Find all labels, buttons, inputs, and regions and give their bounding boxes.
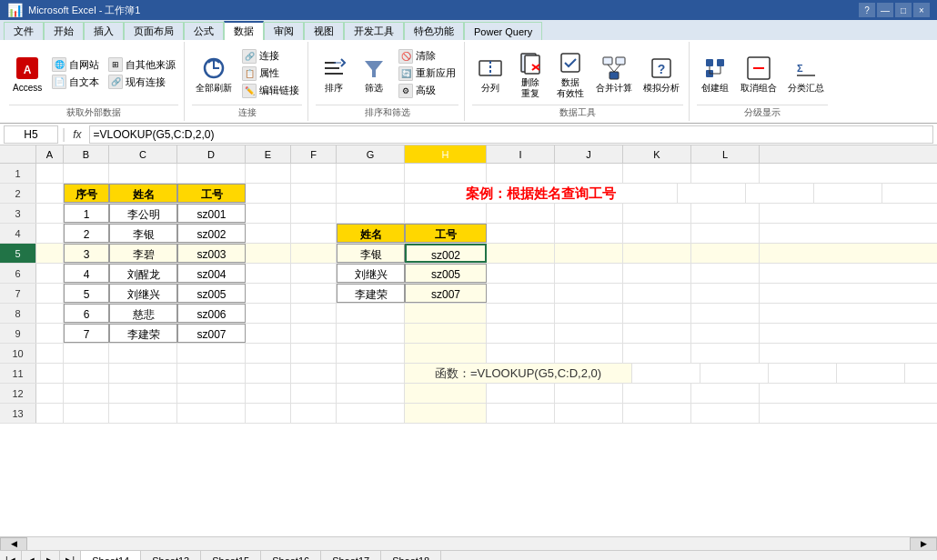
cell-k1[interactable] [623, 164, 691, 183]
cell-d4[interactable]: sz002 [177, 224, 246, 243]
btn-what-if[interactable]: ? 模拟分析 [640, 52, 683, 95]
cell-c8[interactable]: 慈悲 [109, 304, 177, 323]
cell-c7[interactable]: 刘继兴 [109, 284, 177, 303]
cell-h2[interactable]: 案例：根据姓名查询工号 [405, 184, 678, 203]
tab-nav-last[interactable]: ▶| [60, 551, 82, 561]
btn-access[interactable]: A Access [9, 52, 45, 95]
cell-h7[interactable]: sz007 [405, 284, 487, 303]
sheet-tab-15[interactable]: Sheet15 [201, 551, 261, 561]
cell-g4[interactable]: 姓名 [337, 224, 405, 243]
cell-b3[interactable]: 1 [64, 204, 109, 223]
btn-refresh-all[interactable]: 全部刷新 [192, 52, 236, 95]
btn-clear[interactable]: 🚫 清除 [396, 48, 458, 65]
sheet-tab-16[interactable]: Sheet16 [261, 551, 321, 561]
col-header-c[interactable]: C [109, 145, 177, 163]
btn-reapply[interactable]: 🔄 重新应用 [396, 65, 458, 82]
cell-a2[interactable] [36, 184, 64, 203]
tab-nav-first[interactable]: |◀ [0, 551, 22, 561]
tab-nav-prev[interactable]: ◀ [22, 551, 41, 561]
cell-d1[interactable] [177, 164, 246, 183]
col-header-g[interactable]: G [337, 145, 405, 163]
cell-b6[interactable]: 4 [64, 264, 109, 283]
btn-advanced[interactable]: ⚙ 高级 [396, 83, 458, 99]
cell-b8[interactable]: 6 [64, 304, 109, 323]
btn-ungroup[interactable]: 取消组合 [737, 52, 781, 95]
col-header-k[interactable]: K [623, 145, 691, 163]
tab-start[interactable]: 开始 [44, 22, 84, 40]
scroll-left-btn[interactable]: ◀ [0, 537, 27, 551]
cell-d6[interactable]: sz004 [177, 264, 246, 283]
cell-i2[interactable] [678, 184, 746, 203]
cell-h11-formula[interactable]: 函数：=VLOOKUP(G5,C:D,2,0) [405, 364, 632, 383]
btn-connections[interactable]: 🔗 连接 [239, 48, 302, 65]
cell-h1[interactable] [405, 164, 487, 183]
cell-c6[interactable]: 刘醒龙 [109, 264, 177, 283]
btn-text[interactable]: 📄 自文本 [49, 74, 102, 90]
btn-sort[interactable]: 排序 [316, 52, 352, 95]
cell-g1[interactable] [337, 164, 405, 183]
tab-layout[interactable]: 页面布局 [124, 22, 184, 40]
scroll-right-btn[interactable]: ▶ [910, 537, 937, 551]
tab-nav-next[interactable]: ▶ [41, 551, 60, 561]
cell-l1[interactable] [691, 164, 760, 183]
btn-validate[interactable]: 数据有效性 [552, 46, 589, 101]
col-header-j[interactable]: J [555, 145, 623, 163]
cell-h5[interactable]: sz002 [405, 244, 487, 263]
close-btn[interactable]: × [913, 3, 930, 17]
sheet-tab-14[interactable]: Sheet14 [81, 551, 141, 561]
tab-special[interactable]: 特色功能 [404, 22, 464, 40]
cell-d3[interactable]: sz001 [177, 204, 246, 223]
cell-ref-input[interactable]: H5 [4, 125, 58, 144]
cell-f2[interactable] [291, 184, 337, 203]
btn-website[interactable]: 🌐 自网站 [49, 56, 102, 73]
cell-h4[interactable]: 工号 [405, 224, 487, 243]
cell-b1[interactable] [64, 164, 109, 183]
tab-file[interactable]: 文件 [4, 22, 44, 40]
cell-c3[interactable]: 李公明 [109, 204, 177, 223]
cell-a1[interactable] [36, 164, 64, 183]
cell-b7[interactable]: 5 [64, 284, 109, 303]
sheet-tab-17[interactable]: Sheet17 [321, 551, 381, 561]
cell-b2[interactable]: 序号 [64, 184, 109, 203]
btn-edit-links[interactable]: ✏️ 编辑链接 [239, 83, 302, 99]
tab-review[interactable]: 审阅 [264, 22, 304, 40]
sheet-tab-18[interactable]: Sheet18 [381, 551, 441, 561]
col-header-f[interactable]: F [291, 145, 337, 163]
cell-e2[interactable] [246, 184, 291, 203]
cell-c4[interactable]: 李银 [109, 224, 177, 243]
btn-subtotal[interactable]: Σ 分类汇总 [784, 52, 828, 95]
maximize-btn[interactable]: □ [895, 3, 912, 17]
formula-input[interactable]: =VLOOKUP(G5,C:D,2,0) [89, 125, 934, 144]
tab-dev[interactable]: 开发工具 [344, 22, 404, 40]
col-header-d[interactable]: D [177, 145, 246, 163]
col-header-a[interactable]: A [36, 145, 64, 163]
col-header-l[interactable]: L [691, 145, 760, 163]
sheet-tab-13[interactable]: Sheet13 [141, 551, 201, 561]
col-header-b[interactable]: B [64, 145, 109, 163]
btn-split[interactable]: 分列 [472, 52, 509, 95]
btn-other-sources[interactable]: ⊞ 自其他来源 [106, 56, 178, 73]
cell-g5[interactable]: 李银 [337, 244, 405, 263]
cell-d2[interactable]: 工号 [177, 184, 246, 203]
col-header-i[interactable]: I [487, 145, 555, 163]
tab-formula[interactable]: 公式 [184, 22, 224, 40]
btn-filter[interactable]: 筛选 [356, 52, 392, 95]
tab-view[interactable]: 视图 [304, 22, 344, 40]
cell-c1[interactable] [109, 164, 177, 183]
col-header-h[interactable]: H [405, 145, 487, 163]
cell-b5[interactable]: 3 [64, 244, 109, 263]
horizontal-scrollbar[interactable]: ◀ ▶ [0, 536, 937, 550]
cell-j2[interactable] [746, 184, 814, 203]
scroll-track[interactable] [27, 537, 910, 551]
tab-insert[interactable]: 插入 [84, 22, 124, 40]
help-btn[interactable]: ? [859, 3, 875, 17]
cell-e1[interactable] [246, 164, 291, 183]
minimize-btn[interactable]: — [877, 3, 893, 17]
cell-f1[interactable] [291, 164, 337, 183]
cell-b9[interactable]: 7 [64, 324, 109, 343]
cell-d9[interactable]: sz007 [177, 324, 246, 343]
cell-k2[interactable] [814, 184, 882, 203]
tab-data[interactable]: 数据 [224, 21, 264, 40]
cell-g2[interactable] [337, 184, 405, 203]
cell-d8[interactable]: sz006 [177, 304, 246, 323]
